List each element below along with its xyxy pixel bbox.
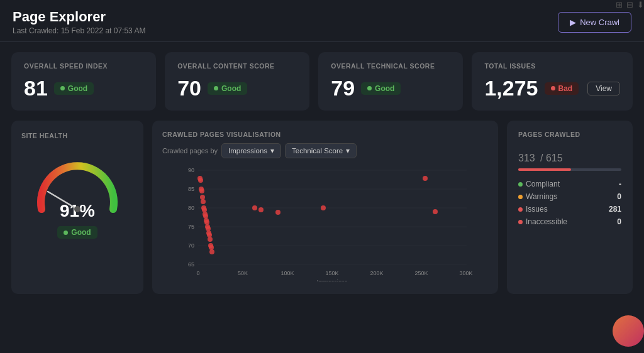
svg-text:85: 85 [188,186,194,192]
technical-score-badge: Good [361,82,401,95]
svg-text:75: 75 [188,224,194,230]
crawl-vis-panel: CRAWLED PAGES VISUALISATION ⊞ ⊟ ⬇ Crawle… [152,121,498,294]
scatter-chart: 90 85 80 75 70 65 0 50K [162,162,488,281]
svg-point-27 [201,199,206,204]
technical-score-card: OVERALL TECHNICAL SCORE 79 Good [318,52,463,111]
svg-point-31 [203,214,208,219]
warnings-value: 0 [617,192,621,201]
pages-crawled-label: PAGES CRAWLED [518,131,621,138]
stat-row-inaccessible: Inaccessible 0 [518,217,621,226]
content-score-number: 70 [177,76,201,100]
stat-row-issues: Issues 281 [518,205,621,214]
impressions-dropdown[interactable]: Impressions ▾ [221,143,281,158]
total-issues-badge-label: Bad [558,84,573,93]
svg-point-46 [423,176,428,181]
issues-label: Issues [526,205,548,214]
site-health-badge-label: Good [71,228,91,237]
grid-icon[interactable]: ⊟ [626,0,633,9]
download-icon[interactable]: ⬇ [637,0,644,9]
svg-text:250K: 250K [414,270,428,276]
progress-bar [518,168,621,171]
content-score-dot [214,86,218,90]
bottom-row: SITE HEALTH [11,121,633,294]
svg-text:0: 0 [196,270,199,276]
inaccessible-dot [518,220,523,224]
total-issues-card: TOTAL ISSUES 1,275 Bad View [472,52,633,111]
expand-icon[interactable]: ⊞ [616,0,623,9]
pages-crawled-count: 313 / 615 [518,144,621,166]
site-health-dot [64,231,68,235]
warnings-label: Warnings [526,192,557,201]
content-score-value-row: 70 Good [177,76,297,100]
svg-point-38 [208,237,213,242]
stat-row-inaccessible-left: Inaccessible [518,217,567,226]
stat-row-compliant: Compliant - [518,180,621,188]
svg-text:50K: 50K [238,270,248,276]
avatar[interactable] [613,315,644,347]
speed-index-dot [60,86,65,90]
site-health-badge: Good [57,226,97,239]
inaccessible-label: Inaccessible [526,217,567,226]
svg-point-35 [206,226,211,231]
svg-text:100K: 100K [280,270,294,276]
compliant-dot [518,182,523,187]
technical-score-badge-label: Good [375,84,394,93]
technical-score-chevron-icon: ▾ [346,146,350,155]
impressions-chevron-icon: ▾ [270,146,274,155]
svg-point-42 [252,205,257,210]
new-crawl-label: New Crawl [580,18,619,27]
header-left: Page Explorer Last Crawled: 15 Feb 2022 … [13,9,145,35]
technical-score-dropdown-label: Technical Score [292,147,343,155]
svg-point-25 [199,188,204,193]
svg-text:80: 80 [188,205,194,211]
technical-score-dot [367,86,372,90]
pages-crawled-number: 313 [518,153,535,163]
header: Page Explorer Last Crawled: 15 Feb 2022 … [0,0,644,42]
view-button[interactable]: View [587,82,620,95]
svg-point-37 [207,232,212,237]
svg-text:150K: 150K [325,270,338,276]
issues-dot [518,207,523,212]
crawl-vis-title: CRAWLED PAGES VISUALISATION [162,131,281,138]
play-icon: ▶ [570,18,576,27]
svg-point-26 [200,195,205,200]
svg-point-45 [321,205,326,210]
page-title: Page Explorer [13,9,145,25]
site-health-label: SITE HEALTH [21,132,68,139]
svg-point-23 [198,178,203,183]
technical-score-dropdown[interactable]: Technical Score ▾ [285,143,357,158]
crawled-pages-by-label: Crawled pages by [162,147,218,155]
svg-point-47 [433,209,438,214]
svg-point-1 [74,206,80,212]
compliant-label: Compliant [526,180,560,188]
gauge-svg [30,151,125,220]
issues-value: 281 [609,205,621,214]
total-issues-value-row: 1,275 Bad View [484,76,620,100]
stat-row-warnings: Warnings 0 [518,192,621,201]
inaccessible-value: 0 [617,217,621,226]
svg-text:300K: 300K [459,270,472,276]
content-score-badge: Good [208,82,247,95]
stat-row-compliant-left: Compliant [518,180,560,188]
svg-point-40 [209,245,214,250]
technical-score-label: OVERALL TECHNICAL SCORE [331,62,450,70]
total-issues-number: 1,275 [484,76,538,100]
crawl-vis-controls: Crawled pages by Impressions ▾ Technical… [162,143,488,158]
svg-text:70: 70 [188,242,194,249]
svg-point-33 [204,220,209,225]
site-health-panel: SITE HEALTH [11,121,143,294]
total-issues-badge: Bad [545,82,579,95]
svg-point-43 [258,207,264,212]
svg-line-0 [48,192,77,209]
new-crawl-button[interactable]: ▶ New Crawl [558,12,631,33]
speed-index-badge: Good [54,82,94,95]
stat-row-issues-left: Issues [518,205,548,214]
content-score-badge-label: Good [221,84,241,93]
speed-index-value-row: 81 Good [24,76,143,100]
crawl-vis-header: CRAWLED PAGES VISUALISATION ⊞ ⊟ ⬇ [162,131,488,138]
progress-bar-fill [518,168,571,171]
warnings-dot [518,195,523,199]
svg-text:65: 65 [188,261,194,268]
speed-index-label: OVERALL SPEED INDEX [24,62,143,70]
svg-text:200K: 200K [370,270,383,276]
